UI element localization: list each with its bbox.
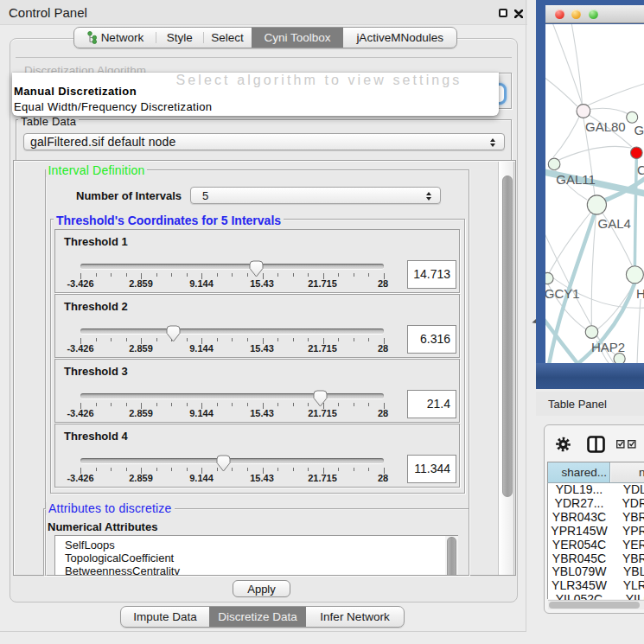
svg-text:GAL11: GAL11: [556, 172, 596, 187]
svg-text:GAL80: GAL80: [585, 119, 626, 134]
svg-text:GA: GA: [634, 123, 644, 137]
svg-text:C: C: [637, 163, 644, 177]
svg-text:H: H: [636, 286, 644, 301]
svg-text:HAP2: HAP2: [591, 340, 625, 354]
svg-text:GAL4: GAL4: [598, 216, 631, 231]
svg-text:GCY1: GCY1: [545, 286, 580, 301]
